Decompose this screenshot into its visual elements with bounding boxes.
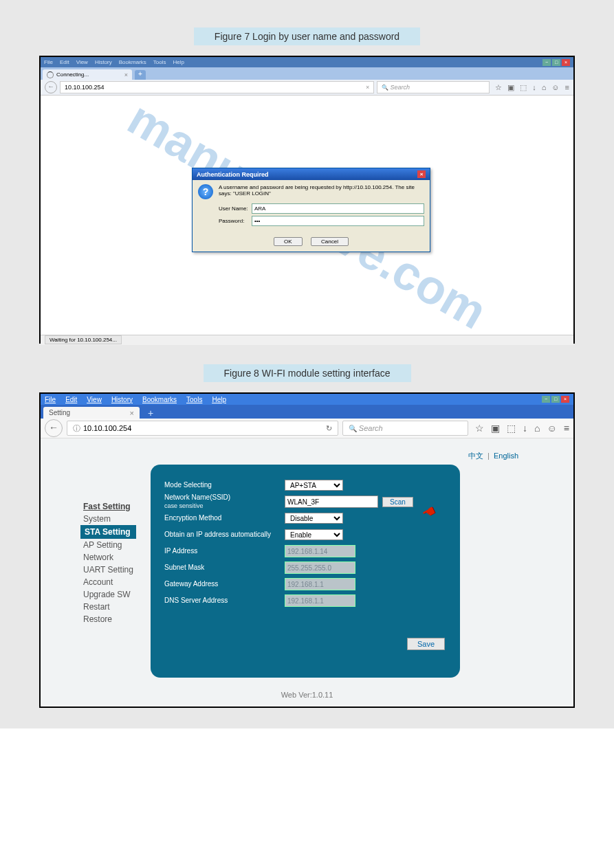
browser-addressbar: ← ⓘ 10.10.100.254 ↻ Search ☆ ▣ ⬚ ↓ ⌂ ☺ ≡ bbox=[41, 419, 573, 438]
browser-tab[interactable]: Setting × bbox=[43, 407, 140, 419]
lang-english-link[interactable]: English bbox=[494, 452, 518, 460]
window-maximize-icon[interactable]: □ bbox=[552, 59, 560, 66]
url-input[interactable]: ⓘ 10.10.100.254 ↻ bbox=[67, 421, 338, 436]
mode-label: Mode Selecting bbox=[164, 481, 285, 489]
nav-item-account[interactable]: Account bbox=[80, 576, 136, 588]
ssid-input[interactable] bbox=[285, 496, 378, 508]
menu-history[interactable]: History bbox=[95, 59, 112, 65]
library-icon[interactable]: ▣ bbox=[507, 83, 514, 92]
ip-input bbox=[285, 545, 355, 557]
mask-label: Subnet Mask bbox=[164, 564, 285, 572]
tab-close-icon[interactable]: × bbox=[124, 71, 128, 78]
menu-view[interactable]: View bbox=[76, 59, 88, 65]
question-icon: ? bbox=[198, 184, 213, 199]
menu-edit[interactable]: Edit bbox=[65, 396, 77, 403]
pocket-icon[interactable]: ⬚ bbox=[507, 423, 516, 434]
browser-statusbar: Waiting for 10.10.100.254... bbox=[41, 335, 573, 345]
browser-menubar: File Edit View History Bookmarks Tools H… bbox=[41, 57, 573, 67]
encryption-label: Encryption Method bbox=[164, 514, 285, 522]
password-input[interactable] bbox=[252, 216, 424, 226]
menu-file[interactable]: File bbox=[45, 396, 56, 403]
menu-edit[interactable]: Edit bbox=[60, 59, 69, 65]
menu-tools[interactable]: Tools bbox=[153, 59, 166, 65]
account-icon[interactable]: ☺ bbox=[547, 423, 557, 434]
menu-help[interactable]: Help bbox=[212, 396, 226, 403]
nav-item-ap-setting[interactable]: AP Setting bbox=[80, 539, 136, 551]
bookmark-star-icon[interactable]: ☆ bbox=[495, 83, 502, 92]
window-minimize-icon[interactable]: − bbox=[542, 396, 550, 403]
screenshot-2: File Edit View History Bookmarks Tools H… bbox=[39, 392, 575, 708]
bookmark-star-icon[interactable]: ☆ bbox=[475, 423, 484, 434]
new-tab-button[interactable]: + bbox=[144, 408, 157, 419]
username-input[interactable] bbox=[252, 203, 424, 214]
menu-help[interactable]: Help bbox=[173, 59, 184, 65]
browser-tab[interactable]: Connecting... × bbox=[43, 69, 132, 80]
nav-item-restore[interactable]: Restore bbox=[80, 613, 136, 625]
window-maximize-icon[interactable]: □ bbox=[551, 396, 560, 403]
scan-button[interactable]: Scan bbox=[382, 497, 413, 507]
nav-item-system[interactable]: System bbox=[80, 513, 136, 525]
dialog-message: A username and password are being reques… bbox=[219, 184, 424, 199]
new-tab-button[interactable]: + bbox=[135, 70, 146, 80]
nav-item-restart[interactable]: Restart bbox=[80, 601, 136, 613]
menu-bookmarks[interactable]: Bookmarks bbox=[142, 396, 177, 403]
dialog-titlebar: Authentication Required × bbox=[193, 168, 430, 180]
nav-item-network[interactable]: Network bbox=[80, 551, 136, 564]
menu-file[interactable]: File bbox=[44, 59, 53, 65]
menu-tools[interactable]: Tools bbox=[186, 396, 202, 403]
nav-item-upgrade-sw[interactable]: Upgrade SW bbox=[80, 588, 136, 601]
back-button[interactable]: ← bbox=[45, 81, 57, 93]
library-icon[interactable]: ▣ bbox=[491, 423, 500, 434]
settings-panel: Mode Selecting AP+STA Network Name(SSID)… bbox=[151, 465, 460, 678]
reload-icon[interactable]: ↻ bbox=[326, 421, 332, 435]
screenshot-1: File Edit View History Bookmarks Tools H… bbox=[39, 56, 575, 344]
username-label: User Name: bbox=[219, 205, 252, 212]
account-icon[interactable]: ☺ bbox=[551, 83, 559, 92]
menu-history[interactable]: History bbox=[111, 396, 133, 403]
downloads-icon[interactable]: ↓ bbox=[523, 423, 527, 434]
nav-item-sta-setting[interactable]: STA Setting bbox=[80, 525, 136, 539]
nav-heading[interactable]: Fast Setting bbox=[80, 500, 136, 513]
back-button[interactable]: ← bbox=[45, 419, 63, 437]
ok-button[interactable]: OK bbox=[274, 237, 303, 246]
url-input[interactable]: 10.10.100.254 × bbox=[60, 81, 374, 93]
save-button[interactable]: Save bbox=[407, 638, 445, 650]
stop-loading-icon[interactable]: × bbox=[366, 82, 369, 93]
mode-select[interactable]: AP+STA bbox=[285, 480, 343, 491]
window-minimize-icon[interactable]: − bbox=[542, 59, 551, 66]
hamburger-menu-icon[interactable]: ≡ bbox=[564, 423, 569, 434]
nav-item-uart-setting[interactable]: UART Setting bbox=[80, 564, 136, 576]
figure1-caption: Figure 7 Login by user name and password bbox=[0, 27, 614, 45]
gateway-label: Gateway Address bbox=[164, 580, 285, 588]
pocket-icon[interactable]: ⬚ bbox=[520, 83, 527, 92]
browser-addressbar: ← 10.10.100.254 × Search ☆ ▣ ⬚ ↓ ⌂ ☺ ≡ bbox=[41, 80, 573, 96]
dhcp-select[interactable]: Enable bbox=[285, 529, 343, 540]
menu-bookmarks[interactable]: Bookmarks bbox=[119, 59, 146, 65]
lang-chinese-link[interactable]: 中文 bbox=[468, 452, 483, 460]
cancel-button[interactable]: Cancel bbox=[311, 237, 349, 246]
page-footer: Web Ver:1.0.11 bbox=[41, 691, 573, 699]
password-label: Password: bbox=[219, 218, 252, 224]
window-close-icon[interactable]: × bbox=[561, 396, 569, 403]
dhcp-label: Obtain an IP address automatically bbox=[164, 531, 285, 539]
downloads-icon[interactable]: ↓ bbox=[532, 83, 536, 92]
search-input[interactable]: Search bbox=[342, 421, 468, 436]
side-navigation: Fast Setting System STA Setting AP Setti… bbox=[80, 500, 136, 625]
gateway-input bbox=[285, 578, 355, 590]
browser-viewport: 中文 | English Fast Setting System STA Set… bbox=[41, 438, 573, 706]
mask-input bbox=[285, 561, 355, 574]
ip-label: IP Address bbox=[164, 547, 285, 555]
tab-close-icon[interactable]: × bbox=[130, 409, 134, 417]
window-close-icon[interactable]: × bbox=[562, 59, 570, 66]
status-text: Waiting for 10.10.100.254... bbox=[45, 335, 122, 344]
home-icon[interactable]: ⌂ bbox=[534, 423, 540, 434]
hamburger-menu-icon[interactable]: ≡ bbox=[565, 83, 569, 92]
loading-spinner-icon bbox=[47, 71, 54, 78]
site-info-icon[interactable]: ⓘ bbox=[73, 421, 80, 435]
dialog-close-icon[interactable]: × bbox=[417, 170, 426, 178]
menu-view[interactable]: View bbox=[87, 396, 102, 403]
browser-viewport: manualshive.com Authentication Required … bbox=[41, 96, 573, 335]
home-icon[interactable]: ⌂ bbox=[542, 83, 547, 92]
search-input[interactable]: Search bbox=[377, 81, 490, 93]
encryption-select[interactable]: Disable bbox=[285, 513, 343, 524]
